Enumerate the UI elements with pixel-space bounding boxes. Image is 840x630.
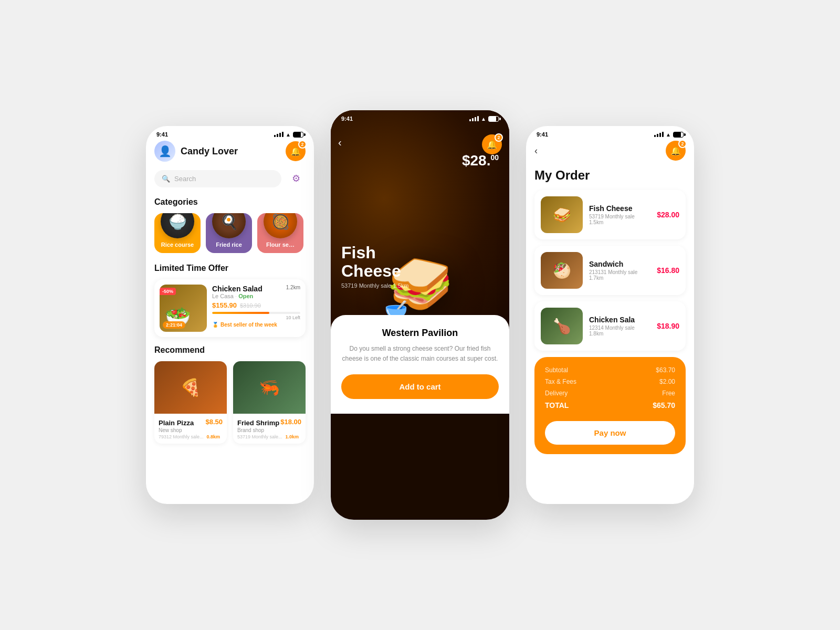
cat-label-rice: Rice course [161,242,194,248]
screens-container: 9:41 ▲ 👤 Candy Lover [125,79,715,551]
rec-card-shrimp[interactable]: 🦐 Fried Shrimp $18.00 Brand shop 53719 M… [233,361,306,444]
price-current: $155.90 [212,301,237,309]
category-fried[interactable]: 🍳 Fried rice [206,213,252,253]
order-item-price-3: $18.90 [657,322,679,330]
time-2: 9:41 [341,116,353,122]
time-3: 9:41 [537,131,548,138]
cat-label-fried: Fried rice [216,242,242,248]
total-value: $65.70 [653,401,675,410]
rec-shop-pizza: New shop [159,427,223,433]
order-item-img-1: 🥪 [541,196,583,233]
progress-fill [212,312,269,314]
order-item-info-1: Fish Cheese 53719 Monthly sale 1.5km [589,204,650,225]
search-icon: 🔍 [162,175,170,183]
delivery-label: Delivery [545,390,568,397]
notif-badge-2: 2 [495,133,503,142]
delivery-row: Delivery Free [545,390,675,397]
screen-1-phone: 9:41 ▲ 👤 Candy Lover [146,126,314,504]
order-item-info-2: Sandwich 213131 Monthly sale 1.7km [589,260,650,281]
food-description: Do you smell a strong cheese scent? Our … [341,344,499,364]
order-item-info-3: Chicken Sala 12314 Monthly sale 1.8km [589,316,650,337]
tax-value: $2.00 [659,378,675,385]
rec-name-shrimp: Fried Shrimp [237,419,279,427]
left-label: 10 Left [212,315,300,320]
status-icons-2: ▲ [469,116,499,122]
notif-button-3[interactable]: 🔔 2 [666,141,686,161]
progress-bar [212,312,300,314]
status-bar-2: 9:41 ▲ [331,110,509,125]
filter-button[interactable]: ⚙ [287,169,306,188]
bar2 [277,134,278,137]
category-flour[interactable]: 🥘 Flour se… [257,213,303,253]
signal-icon [274,132,284,137]
signal-icon-2 [469,116,479,121]
notif-badge: 2 [298,140,307,149]
order-title: My Order [534,168,686,183]
screen-2-phone: 9:41 ▲ ‹ 🔔 2 [331,110,509,520]
offer-shop-1: Le Casa · Open [212,293,300,299]
bar4-2 [477,116,479,121]
subtotal-value: $63.70 [656,366,675,374]
subtotal-label: Subtotal [545,366,568,374]
notif-button-2[interactable]: 🔔 2 [482,134,502,154]
notification-button[interactable]: 🔔 2 [286,141,306,161]
order-item-meta-1: 53719 Monthly sale 1.5km [589,214,650,225]
subtotal-row: Subtotal $63.70 [545,366,675,374]
rec-card-pizza[interactable]: 🍕 Plain Pizza $8.50 New shop 79312 Month… [154,361,227,444]
screen1-content: 👤 Candy Lover 🔔 2 🔍 Search ⚙ Categories [146,141,314,454]
bar4 [282,132,284,137]
back-button-3[interactable]: ‹ [534,145,538,156]
back-button-2[interactable]: ‹ [338,136,342,149]
offer-card-1[interactable]: 🥗 -50% 2:21:04 Chicken Salad Le Casa · O… [154,279,306,337]
notif-btn-2[interactable]: 🔔 2 [482,134,502,154]
order-item-2: 🥙 Sandwich 213131 Monthly sale 1.7km $16… [534,246,686,295]
timer-badge: 2:21:04 [163,321,185,329]
detail-panel: Western Pavilion Do you smell a strong c… [331,315,509,414]
rec-shop-shrimp: Brand shop [237,427,301,433]
search-input[interactable]: 🔍 Search [154,170,281,187]
add-to-cart-button[interactable]: Add to cart [341,374,499,399]
battery-icon [293,132,303,138]
order-item-meta-2: 213131 Monthly sale 1.7km [589,269,650,281]
header-row: 👤 Candy Lover 🔔 2 [154,141,306,162]
battery-icon-3 [673,132,684,138]
order-item-name-3: Chicken Sala [589,316,650,324]
rec-body-pizza: Plain Pizza $8.50 New shop 79312 Monthly… [154,414,227,444]
bar1-2 [469,119,471,121]
user-info: 👤 Candy Lover [154,141,238,162]
total-label: TOTAL [545,401,569,410]
offer-dist: 1.2km [286,285,300,290]
status-icons-3: ▲ [654,132,684,138]
total-row: TOTAL $65.70 [545,401,675,410]
time-1: 9:41 [156,131,168,138]
order-item-name-1: Fish Cheese [589,204,650,213]
food-info: Fish Cheese 53719 Monthly sale 1.5km [341,244,408,289]
food-meta: 53719 Monthly sale 1.5km [341,282,408,289]
flour-img: 🥘 [264,213,297,238]
bar2-2 [472,118,474,121]
bar3 [279,133,281,137]
bar3-2 [475,117,476,121]
search-row: 🔍 Search ⚙ [154,169,306,188]
status-icons-1: ▲ [274,132,303,138]
s3-header: ‹ 🔔 2 [534,141,686,161]
category-rice[interactable]: 🍚 Rice course [154,213,201,253]
order-item-1: 🥪 Fish Cheese 53719 Monthly sale 1.5km $… [534,190,686,239]
wifi-icon-3: ▲ [666,132,671,138]
username: Candy Lover [181,146,238,157]
open-tag: Open [238,293,253,299]
fried-img: 🍳 [212,213,246,238]
screen-3-phone: 9:41 ▲ ‹ 🔔 2 My Order [526,126,694,504]
rec-img-pizza: 🍕 [154,361,227,414]
pay-now-button[interactable]: Pay now [545,421,675,445]
cat-label-flour: Flour se… [266,242,295,248]
signal-icon-3 [654,132,664,137]
categories-title: Categories [154,197,306,207]
order-item-price-1: $28.00 [657,211,679,219]
tax-label: Tax & Fees [545,378,576,385]
order-item-img-2: 🥙 [541,252,583,289]
status-bar-3: 9:41 ▲ [526,126,694,141]
best-seller-badge: 🏅 Best seller of the week [212,322,300,328]
offer-info-1: Chicken Salad Le Casa · Open $155.90 $31… [212,285,300,332]
order-item-name-2: Sandwich [589,260,650,268]
